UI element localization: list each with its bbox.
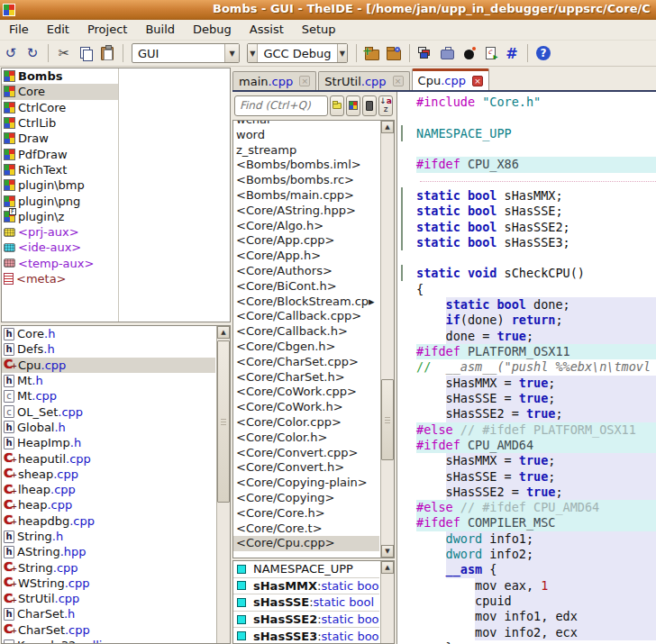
editor-line[interactable]: sHasSSE = true; [397,391,656,406]
package-item[interactable]: RichText [2,162,118,177]
assist-item[interactable]: <Core/BlockStream.cp▸ [233,295,379,310]
assist-item[interactable]: <Bombs/bombs.iml> [233,158,379,173]
editor-line[interactable]: NAMESPACE_UPP [397,126,656,141]
file-item[interactable]: OL_Set.cpp [2,404,215,419]
scrollbar-thumb[interactable] [381,379,394,460]
assist-item[interactable]: <Core/Callback.h> [233,324,379,340]
assist-item[interactable]: <Core/Algo.h> [233,219,379,234]
scroll-up-icon[interactable]: ▲ [217,326,230,339]
file-item[interactable]: lheap.cpp [2,482,215,497]
package-item[interactable]: Core [2,84,118,99]
help-button[interactable]: ? [533,43,553,63]
assist-item[interactable]: wchar [233,120,379,128]
editor-line[interactable]: sHasMMX = true; [397,376,656,391]
editor-line[interactable]: static bool sHasSSE3; [397,235,656,250]
file-item[interactable]: HeapImp.h [2,435,215,450]
cut-button[interactable]: ✂ [54,43,74,63]
editor-line[interactable]: sHasSSE2 = true; [397,406,656,422]
editor-line[interactable] [397,141,656,157]
open-package-button[interactable]: + [362,43,382,63]
close-icon[interactable]: × [393,76,404,86]
package-item[interactable]: plugin\z [2,209,118,224]
editor-line[interactable]: #ifdef PLATFORM_OSX11 [397,344,656,359]
build-method-select[interactable]: ▼ GCC Debug ▼ [247,43,348,63]
file-item[interactable]: heapdbg.cpp [2,513,215,529]
editor-line[interactable]: done = true; [397,329,656,344]
redo-button[interactable]: ↻ [23,43,42,63]
chevron-down-icon[interactable]: ▼ [224,44,239,62]
assist-item[interactable]: <Core/Authors> [233,264,379,279]
file-item[interactable]: Core.h [2,326,215,341]
editor-line[interactable]: { [397,282,656,297]
menu-edit[interactable]: Edit [38,20,78,40]
package-item[interactable]: PdfDraw [2,146,118,161]
assist-item[interactable]: <Core/Copying-plain> [233,476,379,491]
chevron-down-icon[interactable]: ▼ [248,44,258,62]
file-item[interactable]: sheap.cpp [2,467,215,482]
select-package-button[interactable] [384,43,404,63]
package-item[interactable]: Bombs [2,68,118,84]
assist-scrollbar[interactable]: ▲ ▼ [380,121,394,558]
editor-line[interactable]: // __asm__("pushl %%ebx\n\tmovl [397,359,656,375]
file-item[interactable]: CharSet.h [2,606,215,621]
menu-project[interactable]: Project [78,20,136,40]
build-button[interactable] [437,43,457,63]
tab-strutil-cpp[interactable]: StrUtil.cpp× [318,71,409,90]
editor-line[interactable]: #ifdef COMPILER_MSC [397,515,656,531]
editor-line[interactable]: #ifdef CPU_X86 [397,157,656,172]
editor-line[interactable]: #else // #ifdef PLATFORM_OSX11 [397,422,656,438]
assist-item[interactable]: <Core/CharSet.h> [233,370,379,385]
symbol-scrollbar[interactable]: ▲ [380,561,394,643]
editor-line[interactable]: cpuid [397,594,656,609]
assist-item[interactable]: <Core/AString.hpp> [233,204,379,219]
assist-item[interactable]: <Core/Color.cpp> [233,415,379,431]
packages-button[interactable] [415,43,435,63]
file-item[interactable]: Defs.h [2,341,215,357]
file-item[interactable]: WString.cpp [2,576,215,591]
assist-item[interactable]: <Core/Convert.h> [233,460,379,476]
assist-item[interactable]: <Core/CoWork.h> [233,400,379,415]
package-item[interactable]: <temp-aux> [2,256,118,271]
assist-item[interactable]: <Core/Core.t> [233,522,379,537]
package-item[interactable]: CtrlCore [2,100,118,115]
package-list[interactable]: BombsCoreCtrlCoreCtrlLibDrawPdfDrawRichT… [1,68,231,322]
symbol-item[interactable]: sHasSSE2 : static bool [233,612,379,629]
paste-button[interactable] [97,43,117,63]
editor-line[interactable]: __asm { [397,562,656,577]
app-logo-icon[interactable] [3,4,15,16]
scrollbar-thumb[interactable] [217,340,230,503]
editor-line[interactable] [397,173,656,188]
assist-item[interactable]: z_streamp [233,143,379,159]
execute-button[interactable] [480,43,500,63]
menu-debug[interactable]: Debug [184,20,241,40]
editor-line[interactable]: static void sCheckCPU() [397,266,656,281]
designer-button[interactable]: # [502,43,522,63]
assist-item[interactable]: word [233,128,379,143]
editor-line[interactable] [397,250,656,266]
editor-line[interactable]: #include "Core.h" [397,95,656,110]
file-item[interactable]: heaputil.cpp [2,450,215,466]
chevron-down-icon[interactable]: ▼ [337,44,347,62]
symbol-item[interactable]: NAMESPACE_UPP [233,561,379,578]
editor-line[interactable]: static bool sHasSSE2; [397,220,656,235]
file-item[interactable]: Mt.cpp [2,388,215,404]
assist-item[interactable]: <Core/Core.h> [233,506,379,522]
symbol-item[interactable]: sHasSSE3 : static bool [233,628,379,644]
assist-item[interactable]: <Core/Color.h> [233,431,379,446]
file-list-scrollbar[interactable]: ▲ [216,326,230,643]
editor-line[interactable]: sHasSSE = true; [397,469,656,485]
package-button[interactable] [346,95,360,116]
file-item[interactable]: String.cpp [2,559,215,575]
menu-file[interactable]: File [0,20,38,40]
editor-line[interactable]: } [397,640,656,644]
editor-line[interactable]: static bool sHasSSE; [397,204,656,219]
editor-line[interactable]: #ifdef CPU_AMD64 [397,438,656,453]
assist-item[interactable]: <Core/App.cpp> [233,233,379,249]
editor-line[interactable]: #else // #ifdef CPU_AMD64 [397,500,656,515]
file-button[interactable] [362,95,377,116]
package-item[interactable]: Draw [2,131,118,146]
editor-line[interactable]: mov eax, 1 [397,578,656,594]
editor-line[interactable]: dword info2; [397,547,656,562]
assist-item[interactable]: <Core/CoWork.cpp> [233,385,379,400]
symbol-item[interactable]: sHasMMX : static bool [233,578,379,595]
